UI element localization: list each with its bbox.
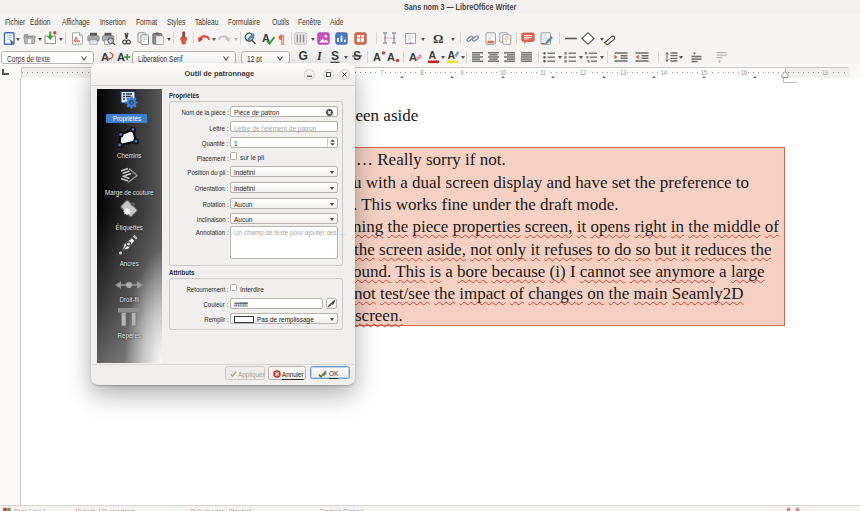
svg-text:A: A bbox=[448, 49, 456, 61]
svg-text:G: G bbox=[298, 49, 307, 63]
svg-text:A: A bbox=[429, 49, 437, 61]
svg-text:A: A bbox=[117, 50, 125, 62]
svg-text:S: S bbox=[331, 49, 339, 63]
svg-text:I: I bbox=[316, 49, 323, 63]
svg-text:¶: ¶ bbox=[278, 32, 285, 45]
svg-text:A: A bbox=[409, 51, 417, 63]
svg-text:A: A bbox=[373, 51, 381, 63]
svg-text:Ω: Ω bbox=[433, 32, 443, 45]
svg-text:A: A bbox=[387, 51, 395, 63]
